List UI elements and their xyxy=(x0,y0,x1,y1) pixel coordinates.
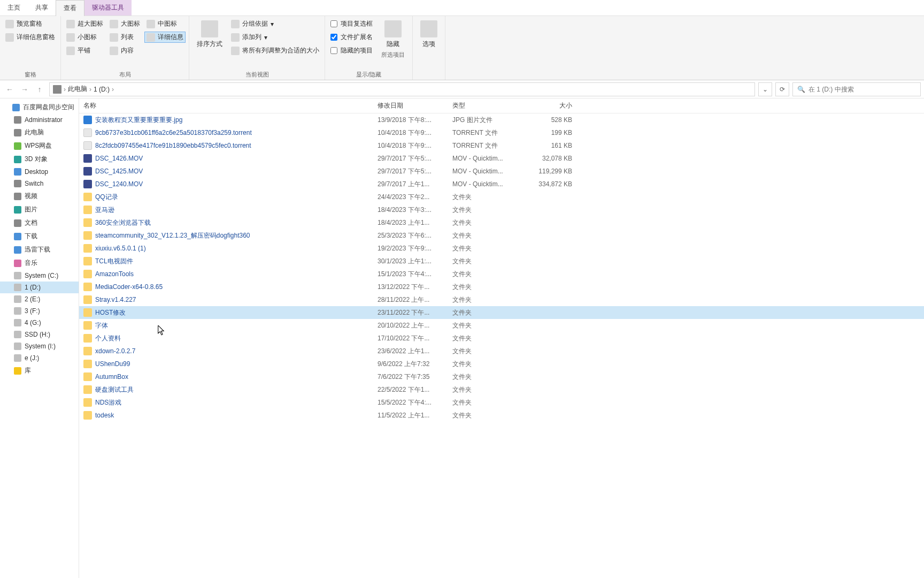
sidebar-item[interactable]: 4 (G:) xyxy=(0,317,79,329)
details-pane-button[interactable]: 详细信息窗格 xyxy=(3,32,57,43)
layout-list-label: 列表 xyxy=(121,33,134,42)
sidebar-item[interactable]: 3D 对象 xyxy=(0,153,79,166)
file-row[interactable]: 360安全浏览器下载 18/4/2023 上午1... 文件夹 xyxy=(79,216,924,229)
file-date: 15/5/2022 下午4:... xyxy=(373,398,448,407)
file-row[interactable]: HOST修改 23/11/2022 下午... 文件夹 xyxy=(79,306,924,319)
breadcrumb[interactable]: › 此电脑 › 1 (D:) › xyxy=(49,82,755,96)
tab-share[interactable]: 共享 xyxy=(28,0,56,16)
file-row[interactable]: 个人资料 17/10/2022 下午... 文件夹 xyxy=(79,332,924,345)
file-list[interactable]: 名称 修改日期 类型 大小 安装教程页又重要重要重要.jpg 13/9/2018… xyxy=(79,98,924,578)
crumb-current[interactable]: 1 (D:) xyxy=(94,86,110,93)
sidebar-item[interactable]: 此电脑 xyxy=(0,126,79,139)
layout-list[interactable]: 列表 xyxy=(107,32,142,43)
file-row[interactable]: 硬盘测试工具 22/5/2022 下午1... 文件夹 xyxy=(79,383,924,396)
file-row[interactable]: DSC_1426.MOV 29/7/2017 下午5:... MOV - Qui… xyxy=(79,152,924,165)
file-row[interactable]: QQ记录 24/4/2023 下午2... 文件夹 xyxy=(79,191,924,203)
layout-large[interactable]: 大图标 xyxy=(107,18,142,29)
sidebar-item[interactable]: Switch xyxy=(0,178,79,189)
layout-details[interactable]: 详细信息 xyxy=(144,32,186,43)
hidden-items-option[interactable]: 隐藏的项目 xyxy=(328,45,375,56)
sidebar-item[interactable]: Administrator xyxy=(0,114,79,126)
sidebar-item[interactable]: SSD (H:) xyxy=(0,329,79,340)
file-row[interactable]: 字体 20/10/2022 上午... 文件夹 xyxy=(79,319,924,332)
layout-medium[interactable]: 中图标 xyxy=(144,18,186,29)
sidebar-item[interactable]: System (C:) xyxy=(0,270,79,282)
sidebar-item[interactable]: e (J:) xyxy=(0,352,79,364)
file-row[interactable]: NDS游戏 15/5/2022 下午4:... 文件夹 xyxy=(79,396,924,409)
options-button[interactable]: 选项 xyxy=(416,18,442,51)
file-row[interactable]: 安装教程页又重要重要重要.jpg 13/9/2018 下午8:... JPG 图… xyxy=(79,113,924,126)
tree-item-label: 2 (E:) xyxy=(25,295,40,303)
layout-content[interactable]: 内容 xyxy=(107,45,142,56)
sidebar-item[interactable]: 3 (F:) xyxy=(0,305,79,317)
file-row[interactable]: DSC_1425.MOV 29/7/2017 下午5:... MOV - Qui… xyxy=(79,165,924,178)
file-row[interactable]: Stray.v1.4.227 28/11/2022 上午... 文件夹 xyxy=(79,293,924,306)
chevron-right-icon[interactable]: › xyxy=(63,86,67,93)
file-row[interactable]: todesk 11/5/2022 上午1... 文件夹 xyxy=(79,409,924,422)
refresh-button[interactable]: ⟳ xyxy=(775,82,789,96)
search-input[interactable] xyxy=(808,86,916,93)
nav-forward-button[interactable]: → xyxy=(18,83,31,96)
sort-button[interactable]: 排序方式 xyxy=(192,18,227,51)
file-date: 17/10/2022 下午... xyxy=(373,334,448,343)
item-checkboxes-checkbox[interactable] xyxy=(330,20,337,27)
chevron-right-icon[interactable]: › xyxy=(111,86,115,93)
tree-item-label: e (J:) xyxy=(25,354,39,362)
file-row[interactable]: 8c2fdcb097455e417fce91b1890ebb4579c5fec0… xyxy=(79,139,924,152)
show-hide-group-label: 显示/隐藏 xyxy=(328,70,409,79)
column-name[interactable]: 名称 xyxy=(79,101,373,110)
layout-tiles[interactable]: 平铺 xyxy=(64,45,105,56)
crumb-this-pc[interactable]: 此电脑 xyxy=(68,85,87,94)
sidebar-item[interactable]: 百度网盘同步空间 xyxy=(0,101,79,114)
sidebar-item[interactable]: 2 (E:) xyxy=(0,293,79,305)
sidebar-item[interactable]: 文档 xyxy=(0,216,79,230)
file-row[interactable]: AutumnBox 7/6/2022 下午7:35 文件夹 xyxy=(79,370,924,383)
file-row[interactable]: AmazonTools 15/1/2023 下午4:... 文件夹 xyxy=(79,268,924,280)
navigation-pane[interactable]: 百度网盘同步空间Administrator此电脑WPS网盘3D 对象Deskto… xyxy=(0,98,79,578)
tab-view[interactable]: 查看 xyxy=(56,0,84,16)
file-row[interactable]: steamcommunity_302_V12.1.23_解压密码dogfight… xyxy=(79,229,924,242)
file-row[interactable]: xiuxiu.v6.5.0.1 (1) 19/2/2023 下午9:... 文件… xyxy=(79,242,924,255)
tab-drive-tools[interactable]: 驱动器工具 xyxy=(84,0,132,16)
file-extensions-checkbox[interactable] xyxy=(330,34,337,41)
add-columns-button[interactable]: 添加列 ▾ xyxy=(229,32,321,43)
file-row[interactable]: 亚马逊 18/4/2023 下午3:... 文件夹 xyxy=(79,203,924,216)
preview-pane-button[interactable]: 预览窗格 xyxy=(3,18,57,29)
file-extensions-option[interactable]: 文件扩展名 xyxy=(328,32,375,43)
file-row[interactable]: xdown-2.0.2.7 23/6/2022 上午1... 文件夹 xyxy=(79,345,924,358)
sidebar-item[interactable]: 下载 xyxy=(0,230,79,243)
column-date[interactable]: 修改日期 xyxy=(373,101,448,110)
fit-columns-button[interactable]: 将所有列调整为合适的大小 xyxy=(229,45,321,56)
file-type-icon xyxy=(83,411,92,420)
sidebar-item[interactable]: Desktop xyxy=(0,166,79,178)
file-row[interactable]: UShenDu99 9/6/2022 上午7:32 文件夹 xyxy=(79,358,924,370)
hide-selected-button[interactable]: 隐藏 所选项目 xyxy=(377,18,409,61)
file-row[interactable]: 9cb6737e3b1cb061ff6a2c6e25a5018370f3a259… xyxy=(79,126,924,139)
layout-small[interactable]: 小图标 xyxy=(64,32,105,43)
tree-item-label: Switch xyxy=(25,180,43,187)
layout-extra-large[interactable]: 超大图标 xyxy=(64,18,105,29)
sidebar-item[interactable]: 1 (D:) xyxy=(0,282,79,293)
file-row[interactable]: DSC_1240.MOV 29/7/2017 上午1... MOV - Quic… xyxy=(79,178,924,191)
column-size[interactable]: 大小 xyxy=(523,101,576,110)
file-row[interactable]: TCL电视固件 30/1/2023 上午1:... 文件夹 xyxy=(79,255,924,268)
sidebar-item[interactable]: 图片 xyxy=(0,203,79,216)
nav-back-button[interactable]: ← xyxy=(3,83,16,96)
address-dropdown-button[interactable]: ⌄ xyxy=(758,82,772,96)
sidebar-item[interactable]: 视频 xyxy=(0,189,79,203)
nav-up-button[interactable]: ↑ xyxy=(33,83,46,96)
item-checkboxes-option[interactable]: 项目复选框 xyxy=(328,18,375,29)
sidebar-item[interactable]: 库 xyxy=(0,364,79,377)
sidebar-item[interactable]: System (I:) xyxy=(0,340,79,352)
tab-home[interactable]: 主页 xyxy=(0,0,28,16)
file-type-icon xyxy=(83,385,92,394)
sidebar-item[interactable]: 音乐 xyxy=(0,256,79,270)
file-row[interactable]: MediaCoder-x64-0.8.65 13/12/2022 下午... 文… xyxy=(79,280,924,293)
hidden-items-checkbox[interactable] xyxy=(330,47,337,54)
column-type[interactable]: 类型 xyxy=(448,101,523,110)
group-by-button[interactable]: 分组依据 ▾ xyxy=(229,18,321,29)
chevron-right-icon[interactable]: › xyxy=(88,86,93,93)
sidebar-item[interactable]: 迅雷下载 xyxy=(0,243,79,256)
search-box[interactable]: 🔍 xyxy=(792,82,921,96)
sidebar-item[interactable]: WPS网盘 xyxy=(0,139,79,153)
